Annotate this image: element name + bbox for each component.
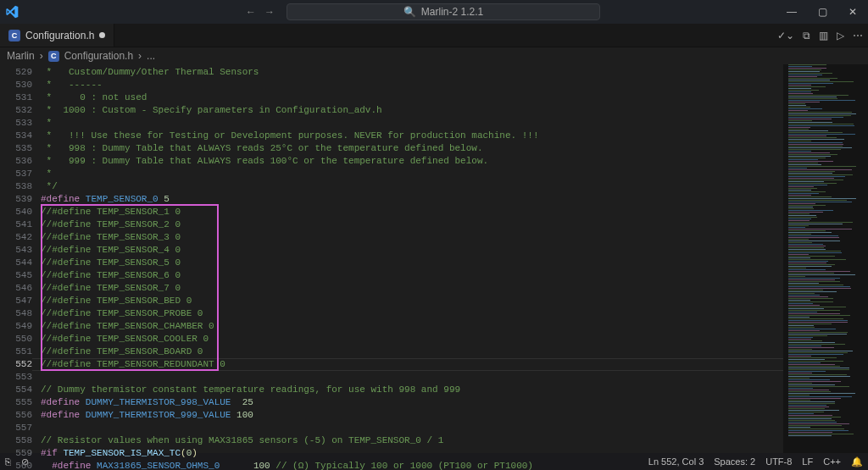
search-label: Marlin-2 1.2.1 — [421, 6, 483, 18]
code-line[interactable]: //#define TEMP_SENSOR_7 0 — [41, 282, 783, 295]
line-number: 530 — [0, 79, 32, 91]
tab-configuration-h[interactable]: C Configuration.h — [0, 24, 114, 47]
code-line[interactable]: * 0 : not used — [41, 91, 783, 104]
line-number: 541 — [0, 218, 32, 231]
nav-forward-icon[interactable]: → — [264, 6, 275, 18]
code-line[interactable]: //#define TEMP_SENSOR_COOLER 0 — [41, 333, 783, 346]
c-file-icon: C — [48, 51, 59, 62]
code-line[interactable]: #define MAX31865_SENSOR_OHMS_0 100 // (Ω… — [41, 460, 783, 470]
code-line[interactable]: //#define TEMP_SENSOR_BOARD 0 — [41, 346, 783, 358]
c-file-icon: C — [8, 30, 20, 41]
line-number: 538 — [0, 180, 32, 193]
vscode-logo-icon — [5, 5, 19, 19]
line-number: 532 — [0, 104, 32, 117]
window-minimize-button[interactable]: — — [776, 0, 807, 24]
line-number: 536 — [0, 155, 32, 168]
code-line[interactable]: #define DUMMY_THERMISTOR_999_VALUE 100 — [41, 409, 783, 422]
line-number: 552 — [0, 358, 32, 371]
run-check-icon[interactable]: ✓⌄ — [777, 30, 794, 41]
code-line[interactable]: * — [41, 168, 783, 180]
line-number: 545 — [0, 269, 32, 282]
search-icon: 🔍 — [403, 6, 416, 18]
status-language[interactable]: C++ — [823, 456, 841, 467]
line-number: 547 — [0, 295, 32, 307]
breadcrumb-folder[interactable]: Marlin — [7, 50, 35, 62]
line-number: 551 — [0, 346, 32, 358]
code-line[interactable]: */ — [41, 180, 783, 193]
line-number: 558 — [0, 434, 32, 447]
line-number: 543 — [0, 244, 32, 257]
chevron-right-icon: › — [138, 50, 142, 62]
code-line[interactable]: //#define TEMP_SENSOR_PROBE 0 — [41, 307, 783, 320]
code-line[interactable]: * Custom/Dummy/Other Thermal Sensors — [41, 66, 783, 79]
code-line[interactable]: * ------ — [41, 79, 783, 91]
status-eol[interactable]: LF — [802, 456, 813, 467]
code-editor[interactable]: * Custom/Dummy/Other Thermal Sensors * -… — [41, 64, 783, 453]
diff-icon[interactable]: ⧉ — [803, 30, 810, 41]
code-line[interactable]: //#define TEMP_SENSOR_3 0 — [41, 231, 783, 244]
code-line[interactable]: * 1000 : Custom - Specify parameters in … — [41, 104, 783, 117]
breadcrumb-symbol[interactable]: ... — [147, 50, 155, 62]
editor-area: 5295305315325335345355365375385395405415… — [0, 64, 868, 453]
line-number: 555 — [0, 396, 32, 409]
title-bar: ← → 🔍 Marlin-2 1.2.1 — ▢ ✕ — [0, 0, 868, 24]
code-line[interactable]: //#define TEMP_SENSOR_1 0 — [41, 206, 783, 218]
code-line[interactable] — [41, 422, 783, 434]
line-number: 560 — [0, 460, 32, 470]
code-line[interactable]: //#define TEMP_SENSOR_BED 0 — [41, 295, 783, 307]
code-line[interactable]: //#define TEMP_SENSOR_6 0 — [41, 269, 783, 282]
dirty-indicator-icon — [99, 32, 105, 38]
code-line[interactable]: //#define TEMP_SENSOR_REDUNDANT 0 — [41, 358, 783, 371]
code-line[interactable]: //#define TEMP_SENSOR_2 0 — [41, 218, 783, 231]
line-number: 550 — [0, 333, 32, 346]
breadcrumb[interactable]: Marlin › C Configuration.h › ... — [0, 47, 868, 64]
line-number: 549 — [0, 320, 32, 333]
command-center-search[interactable]: 🔍 Marlin-2 1.2.1 — [287, 3, 600, 20]
line-number: 529 — [0, 66, 32, 79]
run-icon[interactable]: ▷ — [837, 30, 844, 41]
line-number: 548 — [0, 307, 32, 320]
line-number: 542 — [0, 231, 32, 244]
nav-back-icon[interactable]: ← — [246, 6, 256, 18]
line-number: 531 — [0, 91, 32, 104]
line-number: 559 — [0, 447, 32, 460]
code-line[interactable]: // Resistor values when using MAX31865 s… — [41, 434, 783, 447]
code-line[interactable]: * — [41, 117, 783, 130]
window-close-button[interactable]: ✕ — [837, 0, 868, 24]
code-line[interactable]: //#define TEMP_SENSOR_CHAMBER 0 — [41, 320, 783, 333]
line-number-gutter: 5295305315325335345355365375385395405415… — [0, 64, 41, 453]
code-line[interactable]: // Dummy thermistor constant temperature… — [41, 384, 783, 396]
more-actions-icon[interactable]: ⋯ — [853, 30, 863, 41]
split-editor-icon[interactable]: ▥ — [819, 30, 828, 41]
line-number: 537 — [0, 168, 32, 180]
window-maximize-button[interactable]: ▢ — [807, 0, 837, 24]
code-line[interactable] — [41, 371, 783, 384]
line-number: 540 — [0, 206, 32, 218]
tab-bar: C Configuration.h ✓⌄ ⧉ ▥ ▷ ⋯ — [0, 24, 868, 47]
line-number: 553 — [0, 371, 32, 384]
code-line[interactable]: * 999 : Dummy Table that ALWAYS reads 10… — [41, 155, 783, 168]
code-line[interactable]: //#define TEMP_SENSOR_4 0 — [41, 244, 783, 257]
notifications-bell-icon[interactable]: 🔔 — [851, 456, 863, 467]
code-line[interactable]: #define DUMMY_THERMISTOR_998_VALUE 25 — [41, 396, 783, 409]
code-line[interactable]: * 998 : Dummy Table that ALWAYS reads 25… — [41, 142, 783, 155]
code-line[interactable]: * !!! Use these for Testing or Developme… — [41, 130, 783, 142]
breadcrumb-file[interactable]: Configuration.h — [64, 50, 133, 62]
code-line[interactable]: #define TEMP_SENSOR_0 5 — [41, 193, 783, 206]
line-number: 556 — [0, 409, 32, 422]
line-number: 546 — [0, 282, 32, 295]
line-number: 539 — [0, 193, 32, 206]
editor-actions: ✓⌄ ⧉ ▥ ▷ ⋯ — [777, 24, 863, 47]
line-number: 535 — [0, 142, 32, 155]
line-number: 534 — [0, 130, 32, 142]
code-line[interactable]: //#define TEMP_SENSOR_5 0 — [41, 257, 783, 269]
line-number: 544 — [0, 257, 32, 269]
line-number: 554 — [0, 384, 32, 396]
tab-title: Configuration.h — [25, 30, 94, 41]
line-number: 533 — [0, 117, 32, 130]
chevron-right-icon: › — [40, 50, 43, 62]
code-line[interactable]: #if TEMP_SENSOR_IS_MAX_TC(0) — [41, 447, 783, 460]
minimap[interactable] — [783, 64, 868, 453]
line-number: 557 — [0, 422, 32, 434]
